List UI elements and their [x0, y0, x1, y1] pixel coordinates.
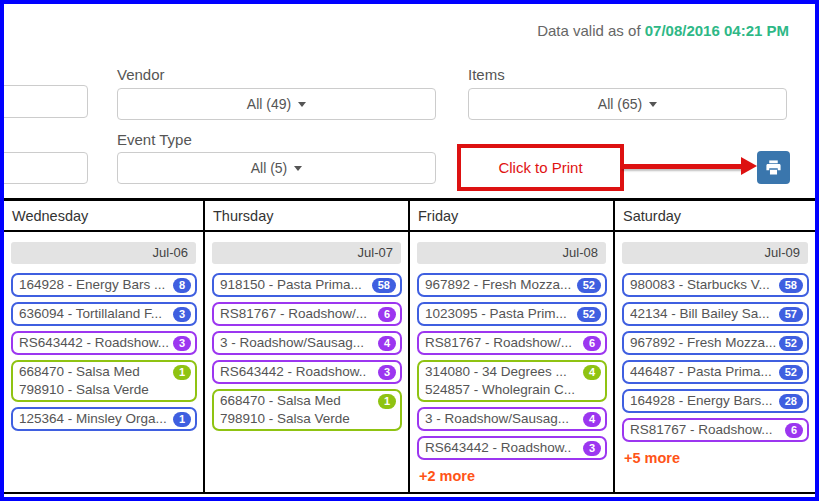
event-chip[interactable]: RS643442 - Roadshow..3: [417, 436, 607, 460]
day-body: Jul-09980083 - Starbucks V...5842134 - B…: [615, 232, 815, 467]
day-header: Friday: [410, 201, 613, 232]
event-type-dropdown[interactable]: All (5): [117, 152, 436, 184]
event-count-badge: 4: [378, 336, 396, 351]
event-count-badge: 6: [378, 307, 396, 322]
event-chip-text: 980083 - Starbucks V...: [630, 276, 770, 294]
items-dropdown[interactable]: All (65): [468, 88, 787, 120]
date-strip: Jul-07: [212, 242, 401, 264]
event-chip-text: 668470 - Salsa Med798910 - Salsa Verde: [220, 392, 350, 428]
event-chip-text: 314080 - 34 Degrees ...524857 - Wholegra…: [425, 363, 575, 399]
event-chip[interactable]: 446487 - Pasta Prima...52: [622, 360, 809, 384]
event-chip[interactable]: 164928 - Energy Bars ...8: [11, 273, 197, 297]
event-chip[interactable]: RS81767 - Roadshow/...6: [212, 302, 402, 326]
event-chip-text: 42134 - Bill Bailey Sa...: [630, 305, 770, 323]
event-count-badge: 52: [577, 307, 601, 322]
event-count-badge: 6: [583, 336, 601, 351]
event-chip[interactable]: 668470 - Salsa Med798910 - Salsa Verde1: [11, 360, 197, 402]
event-count-badge: 58: [372, 278, 396, 293]
event-count-badge: 1: [378, 394, 396, 409]
event-chip-text: 668470 - Salsa Med798910 - Salsa Verde: [19, 363, 149, 399]
event-chip[interactable]: RS81767 - Roadshow/...6: [417, 331, 607, 355]
event-chip-text: RS643442 - Roadshow...: [19, 334, 169, 352]
data-valid-label: Data valid as of: [537, 22, 645, 39]
event-chip[interactable]: 967892 - Fresh Mozza...52: [417, 273, 607, 297]
event-chip[interactable]: 668470 - Salsa Med798910 - Salsa Verde1: [212, 389, 402, 431]
day-header: Saturday: [615, 201, 815, 232]
event-chip[interactable]: 3 - Roadshow/Sausag...4: [212, 331, 402, 355]
event-chip-text: 446487 - Pasta Prima...: [630, 363, 772, 381]
event-chip[interactable]: RS643442 - Roadshow..3: [212, 360, 402, 384]
chevron-down-icon: [298, 102, 306, 107]
calendar-column-wednesday: WednesdayJul-06164928 - Energy Bars ...8…: [4, 201, 205, 492]
event-chip-text: 967892 - Fresh Mozza...: [425, 276, 571, 294]
vendor-dropdown[interactable]: All (49): [117, 88, 436, 120]
data-valid-status: Data valid as of 07/08/2016 04:21 PM: [537, 22, 789, 39]
items-dropdown-value: All (65): [598, 96, 642, 112]
event-chip-text: 164928 - Energy Bars...: [630, 392, 773, 410]
vendor-label: Vendor: [117, 66, 165, 83]
event-chip-text: RS643442 - Roadshow..: [220, 363, 366, 381]
event-chip-text: 3 - Roadshow/Sausag...: [220, 334, 364, 352]
event-chip-text: 125364 - Minsley Orga...: [19, 410, 167, 428]
event-chip[interactable]: 636094 - Tortillaland F...3: [11, 302, 197, 326]
vendor-dropdown-value: All (49): [247, 96, 291, 112]
date-strip: Jul-08: [417, 242, 606, 264]
event-count-badge: 58: [779, 278, 803, 293]
event-chip[interactable]: 42134 - Bill Bailey Sa...57: [622, 302, 809, 326]
day-body: Jul-06164928 - Energy Bars ...8636094 - …: [4, 232, 203, 431]
event-chip-text: 967892 - Fresh Mozza...: [630, 334, 776, 352]
day-body: Jul-07918150 - Pasta Prima...58RS81767 -…: [205, 232, 408, 431]
event-chip[interactable]: 125364 - Minsley Orga...1: [11, 407, 197, 431]
event-count-badge: 3: [173, 307, 191, 322]
event-count-badge: 52: [779, 336, 803, 351]
event-chip-text: 3 - Roadshow/Sausag...: [425, 410, 569, 428]
event-chip[interactable]: 918150 - Pasta Prima...58: [212, 273, 402, 297]
event-chip[interactable]: 164928 - Energy Bars...28: [622, 389, 809, 413]
event-chip-text: RS81767 - Roadshow/...: [425, 334, 572, 352]
event-chip-text: 164928 - Energy Bars ...: [19, 276, 165, 294]
event-chip[interactable]: 3 - Roadshow/Sausag...4: [417, 407, 607, 431]
date-strip: Jul-06: [11, 242, 196, 264]
calendar-column-friday: FridayJul-08967892 - Fresh Mozza...52102…: [410, 201, 615, 492]
event-count-badge: 3: [173, 336, 191, 351]
left-filter-input-2[interactable]: [0, 152, 88, 184]
annotation-arrow-head: [741, 157, 757, 175]
data-valid-datetime: 07/08/2016 04:21 PM: [645, 22, 789, 39]
calendar-columns: WednesdayJul-06164928 - Energy Bars ...8…: [4, 201, 815, 492]
day-body: Jul-08967892 - Fresh Mozza...521023095 -…: [410, 232, 613, 485]
event-chip[interactable]: RS643442 - Roadshow...3: [11, 331, 197, 355]
event-chip[interactable]: 1023095 - Pasta Prim...52: [417, 302, 607, 326]
more-events-link[interactable]: +2 more: [419, 468, 475, 484]
calendar-table: WednesdayJul-06164928 - Energy Bars ...8…: [4, 198, 815, 494]
more-events-link[interactable]: +5 more: [624, 450, 680, 466]
event-type-dropdown-value: All (5): [251, 160, 288, 176]
event-count-badge: 28: [779, 394, 803, 409]
event-chip-text: RS643442 - Roadshow..: [425, 439, 571, 457]
chevron-down-icon: [294, 166, 302, 171]
event-count-badge: 8: [173, 278, 191, 293]
annotation-arrow: [621, 164, 743, 169]
event-chip[interactable]: RS81767 - Roadshow...6: [622, 418, 809, 442]
event-chip-text: 636094 - Tortillaland F...: [19, 305, 162, 323]
event-chip[interactable]: 967892 - Fresh Mozza...52: [622, 331, 809, 355]
event-chip-text: RS81767 - Roadshow/...: [220, 305, 367, 323]
left-filter-input-1[interactable]: [0, 85, 88, 118]
click-to-print-label: Click to Print: [498, 159, 582, 176]
calendar-column-thursday: ThursdayJul-07918150 - Pasta Prima...58R…: [205, 201, 410, 492]
event-count-badge: 4: [583, 365, 601, 380]
event-count-badge: 3: [583, 441, 601, 456]
day-header: Thursday: [205, 201, 408, 232]
app-window: Data valid as of 07/08/2016 04:21 PM Ven…: [0, 0, 819, 501]
print-button[interactable]: [757, 151, 790, 184]
event-count-badge: 57: [779, 307, 803, 322]
event-count-badge: 6: [785, 423, 803, 438]
event-chip-text: 918150 - Pasta Prima...: [220, 276, 362, 294]
printer-icon: [765, 159, 782, 176]
event-chip[interactable]: 980083 - Starbucks V...58: [622, 273, 809, 297]
event-count-badge: 52: [577, 278, 601, 293]
event-chip-text: 1023095 - Pasta Prim...: [425, 305, 567, 323]
event-count-badge: 1: [173, 412, 191, 427]
chevron-down-icon: [649, 102, 657, 107]
event-count-badge: 52: [779, 365, 803, 380]
event-chip[interactable]: 314080 - 34 Degrees ...524857 - Wholegra…: [417, 360, 607, 402]
